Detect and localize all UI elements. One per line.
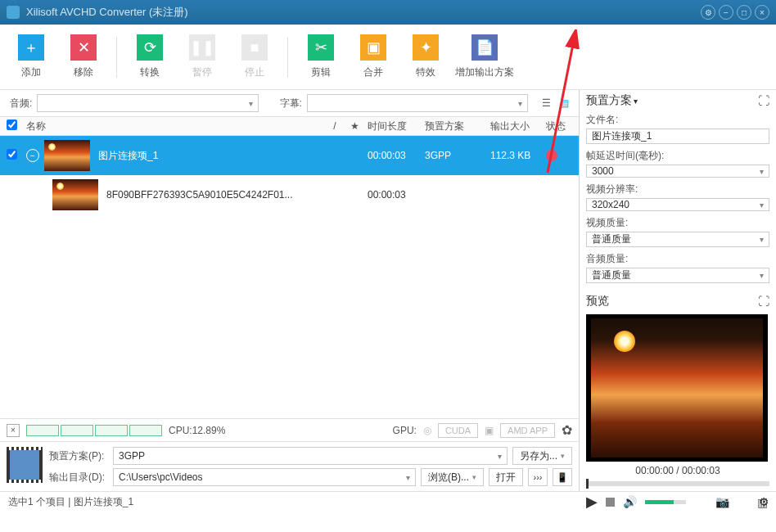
stop-preview-button[interactable] bbox=[606, 498, 615, 507]
scissors-icon: ✂ bbox=[308, 34, 334, 61]
nvidia-icon: ◎ bbox=[423, 425, 431, 436]
dir-label: 输出目录(D): bbox=[49, 471, 108, 485]
browse-button[interactable]: 浏览(B)... bbox=[421, 468, 484, 486]
separator bbox=[287, 37, 288, 78]
subtitle-combo[interactable] bbox=[307, 94, 528, 112]
col-size[interactable]: 输出大小 bbox=[487, 119, 543, 133]
core-meter bbox=[61, 425, 93, 436]
minimize-button[interactable]: − bbox=[719, 5, 733, 20]
main-toolbar: ＋ 添加 ✕ 移除 ⟳ 转换 ❚❚ 暂停 ■ 停止 ✂ 剪辑 ▣ 合并 ✦ 特效… bbox=[0, 25, 776, 90]
table-row[interactable]: − 图片连接项_1 00:00:03 3GPP 112.3 KB bbox=[0, 136, 579, 175]
device-button[interactable]: 📱 bbox=[553, 468, 572, 486]
remove-label: 移除 bbox=[74, 65, 93, 79]
col-star[interactable]: ★ bbox=[345, 120, 364, 132]
col-name[interactable]: 名称 bbox=[23, 119, 325, 133]
close-button[interactable]: × bbox=[755, 5, 769, 20]
seek-slider[interactable] bbox=[586, 481, 769, 486]
chevron-down-icon[interactable]: ▾ bbox=[634, 97, 638, 106]
pause-label: 暂停 bbox=[192, 65, 212, 79]
resolution-label: 视频分辨率: bbox=[586, 183, 769, 196]
core-meter bbox=[26, 425, 59, 436]
frame-delay-label: 帧延迟时间(毫秒): bbox=[586, 149, 769, 163]
row-name: 8F090BFF276393C5A9010E5C4242F01... bbox=[103, 189, 325, 201]
preset-label: 预置方案(P): bbox=[49, 449, 108, 463]
move-to-button[interactable]: ››› bbox=[528, 468, 548, 486]
volume-slider[interactable] bbox=[645, 500, 686, 504]
add-button[interactable]: ＋ 添加 bbox=[5, 31, 57, 83]
detail-view-icon[interactable]: ▤ bbox=[556, 95, 572, 111]
cpu-label: CPU:12.89% bbox=[169, 425, 225, 436]
play-button[interactable]: ▶ bbox=[586, 493, 598, 511]
expand-icon[interactable]: ⛶ bbox=[758, 94, 769, 107]
preset-title: 预置方案 bbox=[586, 93, 632, 108]
table-header: 名称 / ★ 时间长度 预置方案 输出大小 状态 bbox=[0, 116, 579, 136]
stop-label: 停止 bbox=[245, 65, 264, 79]
add-label: 添加 bbox=[21, 65, 41, 79]
merge-button[interactable]: ▣ 合并 bbox=[347, 31, 399, 83]
status-text: 选中1 个项目 | 图片连接项_1 bbox=[8, 495, 133, 509]
save-as-button[interactable]: 另存为... bbox=[512, 447, 572, 465]
preview-time: 00:00:00 / 00:00:03 bbox=[586, 465, 769, 476]
preview-section: 预览 ⛶ 00:00:00 / 00:00:03 ▶ 🔊 📷 ⚙ bbox=[586, 291, 769, 511]
cpu-row: × CPU:12.89% GPU: ◎ CUDA ▣ AMD APP ✿ bbox=[0, 418, 579, 441]
row-duration: 00:00:03 bbox=[364, 189, 422, 201]
audio-quality-combo[interactable]: 普通质量 bbox=[586, 268, 769, 283]
status-error-icon bbox=[546, 150, 557, 161]
select-all-checkbox[interactable] bbox=[7, 119, 17, 130]
row-checkbox[interactable] bbox=[7, 149, 17, 160]
remove-button[interactable]: ✕ 移除 bbox=[57, 31, 110, 83]
magic-icon: ✦ bbox=[413, 34, 439, 61]
titlebar: Xilisoft AVCHD Converter (未注册) ⚙ − □ × bbox=[0, 0, 776, 25]
snapshot-settings-button[interactable]: ⚙ bbox=[759, 495, 769, 508]
clip-button[interactable]: ✂ 剪辑 bbox=[295, 31, 347, 83]
snapshot-button[interactable]: 📷 bbox=[715, 495, 729, 508]
row-duration: 00:00:03 bbox=[364, 150, 422, 161]
maximize-button[interactable]: □ bbox=[737, 5, 751, 20]
preset-combo[interactable]: 3GPP bbox=[113, 447, 508, 465]
core-meter bbox=[129, 425, 162, 436]
file-list: − 图片连接项_1 00:00:03 3GPP 112.3 KB 8F090BF… bbox=[0, 136, 579, 418]
col-duration[interactable]: 时间长度 bbox=[364, 119, 422, 133]
add-profile-label: 增加输出方案 bbox=[455, 65, 514, 79]
collapse-icon[interactable]: − bbox=[26, 149, 39, 162]
preview-title: 预览 bbox=[586, 294, 609, 309]
subtitle-label: 字幕: bbox=[280, 97, 302, 110]
col-status[interactable]: 状态 bbox=[543, 119, 579, 133]
output-panel: 预置方案(P): 3GPP 另存为... 输出目录(D): C:\Users\p… bbox=[0, 441, 579, 491]
frame-delay-combo[interactable]: 3000 bbox=[586, 165, 769, 178]
cuda-button[interactable]: CUDA bbox=[438, 423, 478, 438]
window-title: Xilisoft AVCHD Converter (未注册) bbox=[26, 5, 701, 20]
audio-quality-label: 音频质量: bbox=[586, 252, 769, 266]
settings-button[interactable]: ⚙ bbox=[701, 5, 715, 20]
close-cores-button[interactable]: × bbox=[7, 424, 20, 437]
stop-button[interactable]: ■ 停止 bbox=[228, 31, 281, 83]
row-name: 图片连接项_1 bbox=[95, 149, 325, 163]
convert-button[interactable]: ⟳ 转换 bbox=[124, 31, 176, 83]
expand-preview-icon[interactable]: ⛶ bbox=[758, 295, 769, 308]
x-icon: ✕ bbox=[70, 34, 97, 61]
dir-combo[interactable]: C:\Users\pc\Videos bbox=[113, 468, 416, 486]
resolution-combo[interactable]: 320x240 bbox=[586, 198, 769, 211]
audio-combo[interactable] bbox=[37, 94, 258, 112]
amd-button[interactable]: AMD APP bbox=[500, 423, 555, 438]
effects-label: 特效 bbox=[416, 65, 435, 79]
pause-button[interactable]: ❚❚ 暂停 bbox=[176, 31, 228, 83]
table-row[interactable]: 8F090BFF276393C5A9010E5C4242F01... 00:00… bbox=[0, 175, 579, 214]
col-preset[interactable]: 预置方案 bbox=[422, 119, 487, 133]
video-quality-combo[interactable]: 普通质量 bbox=[586, 232, 769, 247]
filename-input[interactable]: 图片连接项_1 bbox=[586, 128, 769, 144]
list-view-icon[interactable]: ☰ bbox=[538, 95, 554, 111]
cpu-cores bbox=[26, 425, 162, 436]
effects-button[interactable]: ✦ 特效 bbox=[399, 31, 452, 83]
audio-label: 音频: bbox=[10, 97, 32, 110]
merge-icon: ▣ bbox=[360, 34, 386, 61]
preset-header: 预置方案▾ ⛶ bbox=[586, 93, 769, 108]
open-button[interactable]: 打开 bbox=[489, 468, 523, 486]
volume-icon[interactable]: 🔊 bbox=[623, 495, 637, 508]
convert-label: 转换 bbox=[140, 65, 160, 79]
gear-icon[interactable]: ✿ bbox=[562, 422, 572, 438]
amd-icon: ▣ bbox=[485, 425, 494, 436]
clip-label: 剪辑 bbox=[311, 65, 331, 79]
col-slash[interactable]: / bbox=[325, 120, 345, 132]
add-profile-button[interactable]: 📄 增加输出方案 bbox=[452, 31, 517, 83]
